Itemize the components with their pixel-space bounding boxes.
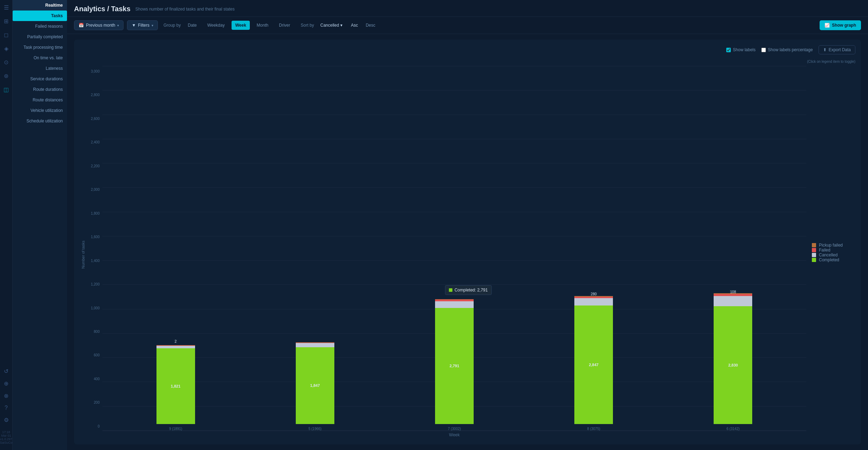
sidebar-item-realtime[interactable]: Realtime bbox=[13, 0, 67, 11]
show-graph-button[interactable]: 📈 Show graph bbox=[820, 20, 861, 30]
sidebar-item-service-durations[interactable]: Service durations bbox=[13, 74, 67, 84]
bar-segment-failed: 2 bbox=[156, 345, 195, 346]
group-icon[interactable]: ⊕ bbox=[4, 380, 8, 387]
y-axis-label: 600 bbox=[94, 353, 100, 357]
legend-label: Cancelled bbox=[819, 253, 837, 257]
legend-container: Pickup failedFailedCancelledCompleted bbox=[806, 66, 855, 439]
sort-desc-button[interactable]: Desc bbox=[363, 21, 377, 29]
bar-stack[interactable]: Completed: 2,7912,791 bbox=[435, 299, 474, 424]
graph-icon: 📈 bbox=[824, 23, 830, 28]
tooltip-color-indicator bbox=[449, 288, 452, 292]
bar-segment-completed: 2,830 bbox=[714, 306, 752, 424]
gear-icon[interactable]: ⚙ bbox=[4, 417, 9, 423]
y-axis-label: 0 bbox=[98, 424, 100, 428]
sidebar-item-failed-reasons[interactable]: Failed reasons bbox=[13, 21, 67, 32]
x-axis-title: Week bbox=[102, 432, 806, 439]
person-icon[interactable]: ⊙ bbox=[4, 59, 8, 66]
legend-label: Pickup failed bbox=[819, 243, 843, 248]
bar-value-label: 2,847 bbox=[589, 363, 599, 367]
group-by-week[interactable]: Week bbox=[232, 21, 249, 30]
bar-segment-cancelled: 108 bbox=[714, 296, 752, 306]
filter-icon: ▼ bbox=[132, 23, 136, 28]
sidebar-item-route-durations[interactable]: Route durations bbox=[13, 84, 67, 95]
y-axis-label: 3,000 bbox=[91, 69, 100, 73]
page-header: Analytics / Tasks Shows number of finali… bbox=[67, 0, 868, 17]
sort-by-label: Sort by bbox=[301, 23, 314, 28]
bar-segment-completed: 1,847 bbox=[296, 347, 334, 424]
show-labels-checkbox[interactable] bbox=[726, 48, 731, 52]
period-selector[interactable]: 📅 Previous month ▾ bbox=[74, 20, 123, 30]
legend-item-pickup_failed[interactable]: Pickup failed bbox=[812, 243, 855, 248]
hamburger-icon[interactable]: ☰ bbox=[4, 4, 9, 11]
bar-stack[interactable]: 2,830108 bbox=[714, 293, 752, 424]
legend-item-cancelled[interactable]: Cancelled bbox=[812, 253, 855, 257]
users-icon[interactable]: ⊗ bbox=[4, 392, 8, 399]
y-axis-label: 2,800 bbox=[91, 93, 100, 97]
show-labels-pct-checkbox[interactable] bbox=[761, 48, 766, 52]
bar-segment-cancelled: 280 bbox=[574, 298, 613, 305]
grid-line bbox=[102, 115, 806, 115]
show-graph-label: Show graph bbox=[832, 23, 856, 28]
sidebar-item-partially-completed[interactable]: Partially completed bbox=[13, 32, 67, 42]
bar-stack[interactable]: 1,847 bbox=[296, 342, 334, 424]
bar-segment-cancelled bbox=[435, 301, 474, 308]
tag-icon[interactable]: ◈ bbox=[4, 45, 8, 52]
bar-tooltip: Completed: 2,791 bbox=[445, 285, 492, 295]
legend-color-box bbox=[812, 243, 816, 247]
page-subtitle: Shows number of finalized tasks and thei… bbox=[135, 7, 235, 12]
y-axis-label: 200 bbox=[94, 401, 100, 404]
bar-segment-failed bbox=[714, 294, 752, 296]
icon-rail: ☰ ⊞ ◻ ◈ ⊙ ⊛ ◫ ↺ ⊕ ⊗ ? ⚙ 17:18 Mar 01 v1.… bbox=[0, 0, 13, 450]
question-icon[interactable]: ? bbox=[5, 405, 8, 411]
y-axis-label: 2,200 bbox=[91, 164, 100, 168]
chart-plot-inner: 1,82129 (1891)1,8475 (1966)Completed: 2,… bbox=[102, 66, 806, 431]
bar-x-label: 8 (3075) bbox=[587, 427, 600, 431]
main-content: Analytics / Tasks Shows number of finali… bbox=[67, 0, 868, 450]
bar-segment-failed bbox=[435, 300, 474, 301]
sidebar-item-task-processing-time[interactable]: Task processing time bbox=[13, 42, 67, 53]
export-label: Export Data bbox=[829, 47, 851, 52]
grid-line bbox=[102, 212, 806, 212]
show-labels-pct-toggle[interactable]: Show labels percentage bbox=[761, 47, 813, 52]
bar-segment-completed: 1,821 bbox=[156, 348, 195, 424]
sort-chevron-icon: ▾ bbox=[340, 23, 342, 28]
clock-icon[interactable]: ⊛ bbox=[4, 73, 8, 79]
sidebar: Realtime Tasks Failed reasons Partially … bbox=[13, 0, 67, 450]
home-icon[interactable]: ⊞ bbox=[4, 18, 8, 25]
bar-stack[interactable]: 2,847280 bbox=[574, 296, 613, 424]
bar-top-label: 2 bbox=[174, 339, 178, 344]
group-by-month[interactable]: Month bbox=[253, 21, 272, 30]
sidebar-item-route-distances[interactable]: Route distances bbox=[13, 95, 67, 105]
show-labels-toggle[interactable]: Show labels bbox=[726, 47, 756, 52]
filters-button[interactable]: ▼ Filters ▾ bbox=[127, 20, 158, 30]
sidebar-item-lateness[interactable]: Lateness bbox=[13, 63, 67, 74]
bar-value-label: 2,830 bbox=[728, 363, 738, 367]
group-by-date[interactable]: Date bbox=[184, 21, 200, 30]
legend-item-failed[interactable]: Failed bbox=[812, 248, 855, 253]
group-by-weekday[interactable]: Weekday bbox=[204, 21, 228, 30]
chart-icon[interactable]: ◫ bbox=[4, 86, 9, 93]
sidebar-item-vehicle-utilization[interactable]: Vehicle utilization bbox=[13, 105, 67, 116]
sort-asc-button[interactable]: Asc bbox=[349, 21, 360, 29]
legend-color-box bbox=[812, 248, 816, 252]
box-icon[interactable]: ◻ bbox=[4, 32, 8, 38]
y-axis-label: 2,600 bbox=[91, 117, 100, 121]
bar-value-label: 1,821 bbox=[171, 384, 181, 388]
grid-line bbox=[102, 139, 806, 139]
refresh-icon[interactable]: ↺ bbox=[4, 368, 8, 375]
legend-color-box bbox=[812, 253, 816, 257]
sidebar-item-on-time-vs-late[interactable]: On time vs. late bbox=[13, 53, 67, 63]
group-by-driver[interactable]: Driver bbox=[275, 21, 294, 30]
toolbar: 📅 Previous month ▾ ▼ Filters ▾ Group by … bbox=[67, 17, 868, 34]
chart-toolbar: Show labels Show labels percentage ⬆ Exp… bbox=[80, 45, 855, 54]
bar-stack[interactable]: 1,8212 bbox=[156, 345, 195, 424]
bar-group: 1,82129 (1891) bbox=[109, 345, 242, 431]
export-data-button[interactable]: ⬆ Export Data bbox=[819, 45, 855, 54]
sidebar-item-tasks[interactable]: Tasks bbox=[13, 11, 67, 21]
legend-item-completed[interactable]: Completed bbox=[812, 257, 855, 262]
bar-segment-cancelled bbox=[156, 346, 195, 348]
bar-segment-cancelled bbox=[296, 343, 334, 347]
sidebar-item-schedule-utilization[interactable]: Schedule utilization bbox=[13, 116, 67, 126]
sort-field-button[interactable]: Cancelled ▾ bbox=[318, 21, 345, 29]
bar-group: 2,8472808 (3075) bbox=[528, 296, 660, 431]
